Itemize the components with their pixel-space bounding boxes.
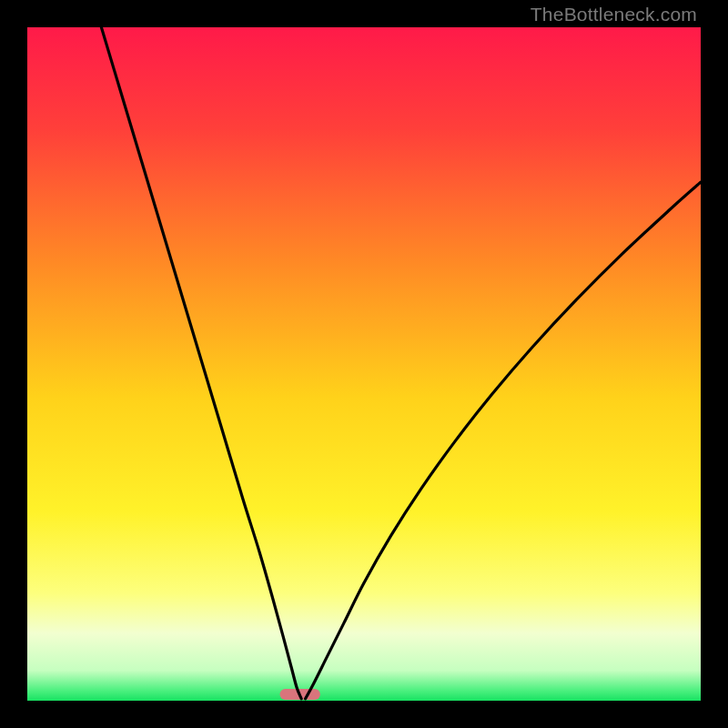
gradient-background [27, 27, 701, 701]
chart-svg [27, 27, 701, 701]
watermark-text: TheBottleneck.com [531, 4, 697, 25]
chart-frame [27, 27, 701, 701]
